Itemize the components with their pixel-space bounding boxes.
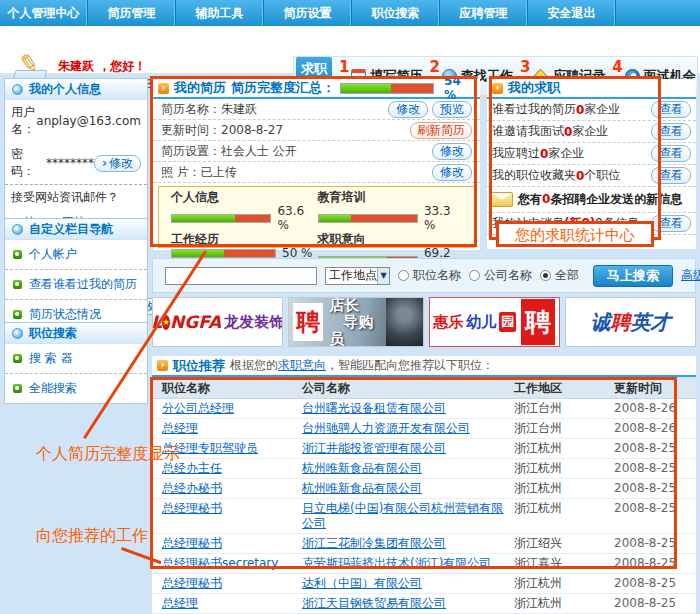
nav-tab-job-search[interactable]: 职位搜索 [352,0,440,26]
greeting-text: 朱建跃 ，您好！ [58,58,146,75]
search-now-button[interactable]: 马上搜索 [593,265,673,287]
company-link[interactable]: 浙江三花制冷集团有限公司 [302,536,514,551]
job-name-radio[interactable] [398,270,409,281]
nav-tab-personal-center[interactable]: 个人管理中心 [0,0,88,26]
search-scope-radios: 职位名称 公司名称 全部 [398,267,585,284]
ad-banner-row: L★NGFA 龙发装饰 聘 店长导购员 惠乐幼儿园 聘 诚聘英才 [152,297,696,347]
modify-resume-settings-button[interactable]: 修改 [432,143,472,160]
location-select[interactable]: 工作地点 ▼ [325,267,390,285]
bullet-circle-icon [12,328,23,339]
company-link[interactable]: 日立电梯(中国)有限公司杭州营销有限公司 [302,501,514,531]
profile-box-title: 我的个人信息 [29,81,101,98]
nav-tab-resume-settings[interactable]: 简历设置 [264,0,352,26]
keyword-input[interactable] [165,267,317,285]
job-link[interactable]: 总经办秘书 [162,481,302,496]
custom-nav-header: 自定义栏目导航 [5,219,147,240]
job-link[interactable]: 分公司总经理 [162,401,302,416]
view-invites-button[interactable]: 查看 [651,123,691,140]
top-nav: 个人管理中心 简历管理 辅助工具 简历设置 职位搜索 应聘管理 安全退出 [0,0,700,26]
refresh-resume-button[interactable]: 刷新简历 [410,122,472,139]
job-link[interactable]: 总经理秘书 [162,576,302,591]
newsletter-question: 接受网站资讯邮件？ [5,184,147,210]
job-name-radio-label[interactable]: 职位名称 [413,267,461,284]
nav-tab-logout[interactable]: 安全退出 [528,0,616,26]
table-row: 总经理 浙江天目钢铁贸易有限公司 浙江杭州 2008-8-25 [152,594,696,614]
green-bullet-icon [13,250,22,259]
new-messages-row[interactable]: 您有0条招聘企业发送的新信息 [487,187,696,213]
who-viewed-row: 谁看过我的简历 0 家企业 查看 [487,99,696,121]
section-education: 教育培训 33.3 % [318,190,465,232]
sidebar-item-searcher[interactable]: 搜 索 器 [5,344,147,374]
company-link[interactable]: 浙江井能投资管理有限公司 [302,441,514,456]
view-who-viewed-button[interactable]: 查看 [651,101,691,118]
annotation-text-recommended: 向您推荐的工作 [36,526,148,547]
table-row: 总经理秘书 达利（中国）有限公司 浙江杭州 2008-8-25 [152,574,696,594]
step-1-number: 1 [339,58,349,76]
jobseek-panel: 我的求职 谁看过我的简历 0 家企业 查看 谁邀请我面试 0 家企业 查看 我应… [487,79,696,249]
username-row: 用户名： anplay@163.com [5,100,147,142]
table-row: 分公司总经理 台州曙光设备租赁有限公司 浙江台州 2008-8-26 [152,399,696,419]
step-2-number: 2 [429,58,439,76]
nav-tab-apply-manage[interactable]: 应聘管理 [440,0,528,26]
welcome-bar: ✎ 朱建跃 ，您好！ 登录记录： 2008-8-27 第4次访问 求职四步 1 … [0,26,700,74]
sidebar-item-who-viewed[interactable]: 查看谁看过我的简历 [5,270,147,300]
table-header-row: 职位名称公司名称工作地区更新时间 [152,379,696,399]
bullet-circle-icon [12,224,23,235]
job-search-header: 职位搜索 [5,323,147,344]
custom-nav-title: 自定义栏目导航 [29,221,113,238]
view-favorites-button[interactable]: 查看 [651,167,691,184]
company-link[interactable]: 达利（中国）有限公司 [302,576,514,591]
jobseek-panel-title: 我的求职 [508,79,560,97]
store-manager-ad-banner[interactable]: 聘 店长导购员 [288,297,423,347]
green-bullet-icon [13,354,22,363]
spokesman-photo [386,298,422,346]
green-bullet-icon [13,384,22,393]
username-label: 用户名： [11,104,36,138]
company-link[interactable]: 杭州唯新食品有限公司 [302,481,514,496]
company-name-radio-label[interactable]: 公司名称 [484,267,532,284]
company-link[interactable]: 台州驰骋人力资源开发有限公司 [302,421,514,436]
company-link[interactable]: 台州曙光设备租赁有限公司 [302,401,514,416]
chevron-down-icon: ▼ [377,268,389,284]
custom-nav-box: 自定义栏目导航 个人帐户 查看谁看过我的简历 简历状态情况 [4,218,148,330]
view-inbox-button[interactable]: 查看 [651,215,691,232]
job-link[interactable]: 总经理专职驾驶员 [162,441,302,456]
inbox-row: 我的站内消息(新0) 0条信息 查看 [487,213,696,235]
modify-password-button[interactable]: ›修改 [94,155,141,172]
longfa-ad-banner[interactable]: L★NGFA 龙发装饰 [152,297,283,347]
preview-resume-button[interactable]: 预览 [432,101,472,118]
job-link[interactable]: 总经办主任 [162,461,302,476]
sidebar-item-omni-search[interactable]: 全能搜索 [5,374,147,403]
nav-tab-tools[interactable]: 辅助工具 [176,0,264,26]
company-link[interactable]: 杭州唯新食品有限公司 [302,461,514,476]
green-bullet-icon [13,280,22,289]
interview-invite-row: 谁邀请我面试 0 家企业 查看 [487,121,696,143]
recommended-jobs-table: 职位名称公司名称工作地区更新时间 分公司总经理 台州曙光设备租赁有限公司 浙江台… [152,379,696,614]
table-row: 总经理 台州驰骋人力资源开发有限公司 浙江台州 2008-8-26 [152,419,696,439]
modify-photo-button[interactable]: 修改 [432,164,472,181]
company-link[interactable]: 浙江天目钢铁贸易有限公司 [302,596,514,611]
table-row: 总经办主任 杭州唯新食品有限公司 浙江杭州 2008-8-25 [152,459,696,479]
job-intention-link[interactable]: 求职意向 [278,358,326,372]
job-search-box: 职位搜索 搜 索 器 全能搜索 [4,322,148,404]
advanced-search-link[interactable]: 高级搜索 [681,267,700,284]
table-row: 总经理秘书 日立电梯(中国)有限公司杭州营销有限公司 浙江杭州 2008-8-2… [152,499,696,534]
sidebar-item-account[interactable]: 个人帐户 [5,240,147,270]
nav-tab-resume-manage[interactable]: 简历管理 [88,0,176,26]
all-radio-label[interactable]: 全部 [555,267,579,284]
job-link[interactable]: 总经理秘书 [162,536,302,551]
modify-resume-name-button[interactable]: 修改 [388,101,428,118]
education-bar [318,214,418,223]
talent-recruit-ad-banner[interactable]: 诚聘英才 [565,297,696,347]
kindergarten-ad-banner[interactable]: 惠乐幼儿园 聘 [429,297,560,347]
all-radio[interactable] [540,270,551,281]
recommend-title: 职位推荐 [173,357,225,375]
view-applied-button[interactable]: 查看 [651,145,691,162]
company-name-radio[interactable] [469,270,480,281]
job-link[interactable]: 总经理 [162,421,302,436]
company-link[interactable]: 克劳斯玛菲挤出技术(浙江)有限公司 [302,556,514,571]
resume-updated-row: 更新时间：2008-8-27 刷新简历 [153,120,480,141]
job-link[interactable]: 总经理秘书 [162,501,302,516]
job-link[interactable]: 总经理秘书secretary [162,556,302,571]
job-link[interactable]: 总经理 [162,596,302,611]
